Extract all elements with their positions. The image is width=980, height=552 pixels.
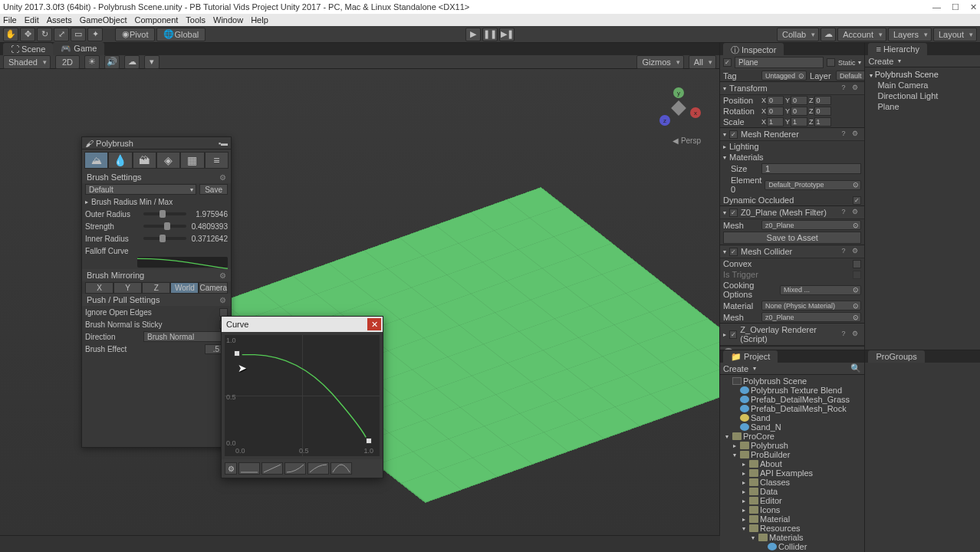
fx-toggle[interactable]: ☁	[124, 55, 140, 69]
convex-checkbox[interactable]	[853, 260, 861, 268]
radius-minmax-label[interactable]: Brush Radius Min / Max	[91, 198, 228, 206]
scene-viewport[interactable]: x y z Persp 🖌 Polybrush ▪▬ ⛰ 💧 🏔 ◈ ▦ ≡	[0, 69, 719, 535]
gear-icon[interactable]: ⚙	[219, 173, 226, 182]
rect-tool[interactable]: ▭	[71, 28, 86, 41]
falloff-curve-preview[interactable]	[137, 257, 228, 268]
project-item[interactable]: Sand_N	[720, 422, 864, 432]
maximize-button[interactable]: ☐	[952, 2, 959, 12]
hierarchy-item[interactable]: Plane	[865, 101, 980, 112]
inner-radius-slider[interactable]	[143, 237, 186, 240]
gameobject-active-checkbox[interactable]: ✓	[723, 58, 732, 67]
pos-y[interactable]: 0	[791, 96, 807, 105]
project-item[interactable]: ▾Resources	[720, 524, 864, 533]
collab-dropdown[interactable]: Collab	[777, 28, 819, 41]
pause-button[interactable]: ❚❚	[482, 28, 498, 41]
project-item[interactable]: ▾Materials	[720, 533, 864, 542]
curve-preset-4[interactable]	[307, 462, 329, 475]
menu-assets[interactable]: Assets	[47, 15, 72, 25]
outer-radius-value[interactable]: 1.975946	[189, 210, 228, 219]
tag-dropdown[interactable]: Untagged	[761, 71, 807, 80]
orientation-gizmo[interactable]: x y z	[656, 86, 702, 132]
hierarchy-create-dropdown[interactable]: Create	[868, 57, 893, 66]
project-item[interactable]: ▸Data	[720, 487, 864, 496]
transform-tool[interactable]: ✦	[87, 28, 103, 41]
menu-file[interactable]: File	[3, 15, 17, 25]
rot-z[interactable]: 0	[814, 107, 831, 116]
mesh-renderer-header[interactable]: Mesh Renderer	[741, 130, 799, 139]
close-button[interactable]: ✕	[970, 2, 977, 12]
cooking-options-dropdown[interactable]: Mixed ...	[780, 285, 861, 295]
lighting-toggle[interactable]: ☀	[84, 55, 100, 69]
hand-tool[interactable]: ✋	[3, 28, 18, 41]
step-button[interactable]: ▶❚	[499, 28, 515, 41]
strength-slider[interactable]	[143, 225, 186, 228]
hierarchy-scene[interactable]: Polybrush Scene	[865, 69, 980, 80]
minimize-button[interactable]: —	[932, 2, 941, 12]
dynamic-occluded-checkbox[interactable]: ✓	[853, 196, 861, 205]
project-item[interactable]: Sand	[720, 413, 864, 422]
mode-texture-icon[interactable]: ▦	[180, 152, 204, 169]
curve-preset-1[interactable]	[238, 462, 260, 475]
menu-tools[interactable]: Tools	[186, 15, 206, 25]
menu-component[interactable]: Component	[134, 15, 178, 25]
play-button[interactable]: ▶	[465, 28, 481, 41]
gizmo-x-axis[interactable]: x	[690, 107, 701, 118]
hierarchy-item[interactable]: Directional Light	[865, 90, 980, 101]
curve-close-button[interactable]: ✕	[367, 318, 381, 330]
gizmo-z-axis[interactable]: z	[659, 115, 670, 126]
physic-material-field[interactable]: None (Physic Material)	[761, 301, 861, 310]
pivot-toggle[interactable]: ◉ Pivot	[115, 28, 155, 41]
static-checkbox[interactable]	[827, 58, 835, 67]
layout-dropdown[interactable]: Layout	[933, 28, 977, 41]
tab-project[interactable]: 📁 Project	[723, 350, 778, 363]
project-item[interactable]: ▸API Examples	[720, 468, 864, 478]
scale-tool[interactable]: ⤢	[54, 28, 69, 41]
strength-value[interactable]: 0.4809393	[189, 222, 228, 231]
outer-radius-slider[interactable]	[143, 212, 186, 215]
global-toggle[interactable]: 🌐 Global	[156, 28, 206, 41]
curve-canvas[interactable]: 1.0 0.5 0.0 0.0 0.5 1.0	[225, 335, 380, 456]
curve-key-start[interactable]	[234, 350, 240, 356]
curve-preset-menu[interactable]: ⚙	[225, 462, 237, 475]
project-item[interactable]: ▸Icons	[720, 505, 864, 514]
material-element0[interactable]: Default_Prototype	[765, 180, 861, 190]
project-create-dropdown[interactable]: Create	[723, 364, 748, 373]
direction-dropdown[interactable]: Brush Normal	[143, 331, 228, 342]
ignore-open-edges-checkbox[interactable]	[219, 308, 228, 317]
curve-preset-5[interactable]	[331, 462, 352, 475]
curve-preset-3[interactable]	[284, 462, 306, 475]
mirror-y-button[interactable]: Y	[113, 282, 142, 294]
project-item[interactable]: ▾ProCore	[720, 432, 864, 441]
pos-x[interactable]: 0	[767, 96, 784, 105]
audio-toggle[interactable]: 🔊	[104, 55, 120, 69]
curve-key-end[interactable]	[366, 438, 372, 444]
save-to-asset-button[interactable]: Save to Asset	[723, 232, 861, 244]
mirror-camera-button[interactable]: Camera	[199, 282, 228, 294]
mode-smooth-icon[interactable]: 💧	[108, 152, 132, 169]
gear-icon[interactable]: ⚙	[219, 296, 226, 304]
scl-y[interactable]: 1	[791, 117, 807, 127]
project-item[interactable]: ▸Polybrush	[720, 441, 864, 450]
mode-prefab-icon[interactable]: ◈	[156, 152, 180, 169]
mode-sculpt-icon[interactable]: ⛰	[84, 152, 108, 169]
project-item[interactable]: ▸Material	[720, 514, 864, 524]
tab-scene[interactable]: ⛶ Scene	[3, 43, 53, 55]
gizmos-dropdown[interactable]: Gizmos	[636, 55, 683, 69]
gear-icon[interactable]: ⚙	[852, 84, 861, 93]
project-item[interactable]: ▾ProBuilder	[720, 450, 864, 459]
menu-help[interactable]: Help	[251, 15, 268, 25]
project-item[interactable]: Collider	[720, 542, 864, 551]
project-item[interactable]: Prefab_DetailMesh_Rock	[720, 404, 864, 413]
mirror-z-button[interactable]: Z	[142, 282, 170, 294]
help-icon[interactable]: ?	[841, 84, 850, 93]
mode-settings-icon[interactable]: ≡	[205, 152, 229, 169]
rot-x[interactable]: 0	[767, 107, 784, 116]
project-item[interactable]: Prefab_DetailMesh_Grass	[720, 395, 864, 404]
scl-z[interactable]: 1	[814, 117, 831, 127]
project-item[interactable]: ▸Classes	[720, 478, 864, 487]
polybrush-window[interactable]: 🖌 Polybrush ▪▬ ⛰ 💧 🏔 ◈ ▦ ≡ Brush Setting…	[81, 136, 232, 448]
transform-header[interactable]: Transform	[729, 84, 768, 93]
rot-y[interactable]: 0	[791, 107, 807, 116]
inner-radius-value[interactable]: 0.3712642	[189, 235, 228, 243]
move-tool[interactable]: ✥	[20, 28, 35, 41]
